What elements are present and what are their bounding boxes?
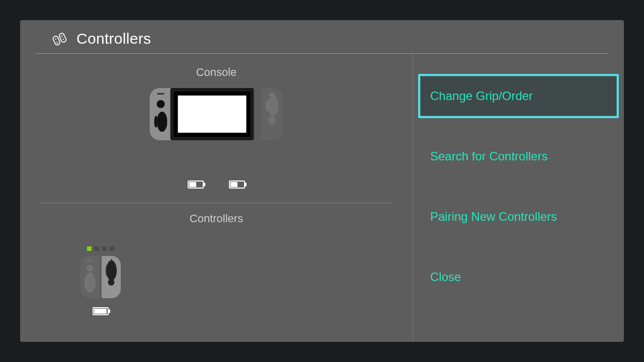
joycon-left-attached-icon <box>150 88 172 140</box>
menu-pairing-new-controllers[interactable]: Pairing New Controllers <box>418 195 619 239</box>
player-1-led-1 <box>87 246 92 251</box>
svg-point-7 <box>57 43 58 44</box>
controllers-diagram <box>20 234 413 327</box>
svg-point-2 <box>55 38 56 40</box>
console-tablet-icon <box>171 88 254 140</box>
player-1-led-4 <box>110 246 114 251</box>
joycon-right-detached-icon <box>261 88 283 140</box>
controllers-icon <box>50 32 68 46</box>
left-column: Console <box>20 54 413 342</box>
player-1-battery <box>70 307 131 315</box>
player-1-joycon-right-icon <box>102 256 121 298</box>
player-1-leds <box>70 246 131 251</box>
console-diagram <box>20 88 413 189</box>
svg-point-5 <box>57 42 58 43</box>
console-battery-icon <box>229 180 245 189</box>
controllers-panel: Controllers Console <box>20 20 624 342</box>
player-1-led-3 <box>102 246 107 251</box>
console-device <box>150 88 283 140</box>
page-title: Controllers <box>76 30 151 47</box>
svg-point-10 <box>60 36 61 37</box>
svg-point-9 <box>62 35 63 36</box>
menu-change-grip-order[interactable]: Change Grip/Order <box>418 74 619 118</box>
joycon-l-battery-icon <box>188 180 204 189</box>
panel-header: Controllers <box>20 20 624 53</box>
console-section-label: Console <box>20 66 413 79</box>
player-1-led-2 <box>95 246 99 251</box>
controllers-section-label: Controllers <box>20 212 413 225</box>
svg-point-6 <box>56 43 57 44</box>
menu-search-for-controllers[interactable]: Search for Controllers <box>418 134 619 178</box>
player-1-battery-icon <box>93 307 109 315</box>
svg-point-11 <box>61 36 62 37</box>
player-1-joycon-left-icon <box>80 256 100 298</box>
player-1-joycon-pair-icon <box>70 256 131 298</box>
menu-close[interactable]: Close <box>418 255 619 299</box>
content-area: Console <box>20 54 624 342</box>
svg-point-3 <box>62 39 64 40</box>
svg-point-8 <box>61 35 62 36</box>
menu-column: Change Grip/Order Search for Controllers… <box>413 54 624 342</box>
svg-point-4 <box>56 41 57 42</box>
player-1-block <box>70 246 131 315</box>
section-divider <box>40 203 392 203</box>
console-batteries <box>188 180 245 189</box>
